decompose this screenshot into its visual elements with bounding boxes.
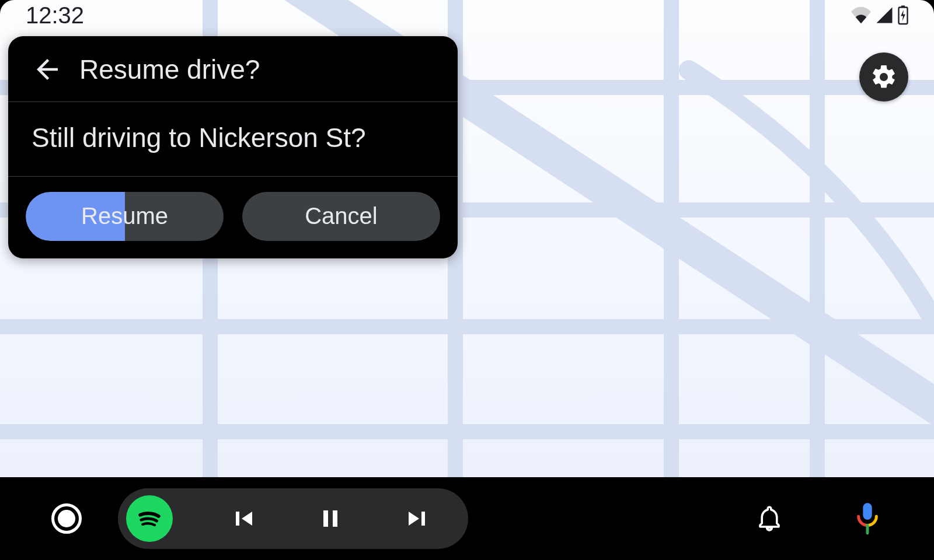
prompt-header: Resume drive? — [8, 36, 458, 102]
next-track-button[interactable] — [400, 501, 435, 536]
status-clock: 12:32 — [26, 2, 84, 29]
status-icons — [851, 5, 908, 25]
skip-previous-icon — [229, 505, 257, 533]
previous-track-button[interactable] — [225, 501, 260, 536]
cancel-button-label: Cancel — [305, 203, 378, 229]
battery-charging-icon — [898, 5, 908, 25]
nav-bar — [0, 477, 934, 560]
status-bar: 12:32 — [0, 0, 934, 30]
prompt-body: Still driving to Nickerson St? — [8, 102, 458, 177]
resume-button-label: Resume — [81, 203, 168, 229]
spotify-icon — [134, 503, 165, 534]
svg-rect-11 — [863, 503, 872, 520]
skip-next-icon — [404, 505, 432, 533]
svg-rect-10 — [901, 6, 905, 8]
media-controls-pill — [118, 488, 468, 549]
play-pause-button[interactable] — [313, 501, 348, 536]
resume-button[interactable]: Resume — [26, 192, 224, 241]
notifications-button[interactable] — [752, 501, 787, 536]
bell-icon — [755, 505, 783, 533]
cancel-button[interactable]: Cancel — [242, 192, 440, 241]
prompt-actions: Resume Cancel — [8, 177, 458, 258]
google-mic-icon — [854, 502, 881, 536]
home-circle-icon — [51, 503, 82, 534]
prompt-title: Resume drive? — [79, 54, 260, 85]
cellular-icon — [876, 6, 893, 24]
pause-icon — [316, 505, 344, 533]
map-background[interactable]: 12:32 — [0, 0, 934, 477]
settings-button[interactable] — [859, 52, 908, 102]
home-button[interactable] — [49, 501, 84, 536]
gear-icon — [870, 63, 898, 91]
arrow-back-icon — [32, 54, 63, 85]
wifi-icon — [851, 6, 871, 24]
voice-assistant-button[interactable] — [850, 501, 885, 536]
back-button[interactable] — [32, 54, 63, 85]
resume-drive-card: Resume drive? Still driving to Nickerson… — [8, 36, 458, 258]
spotify-app-button[interactable] — [126, 495, 173, 542]
android-auto-screen: 12:32 — [0, 0, 934, 560]
